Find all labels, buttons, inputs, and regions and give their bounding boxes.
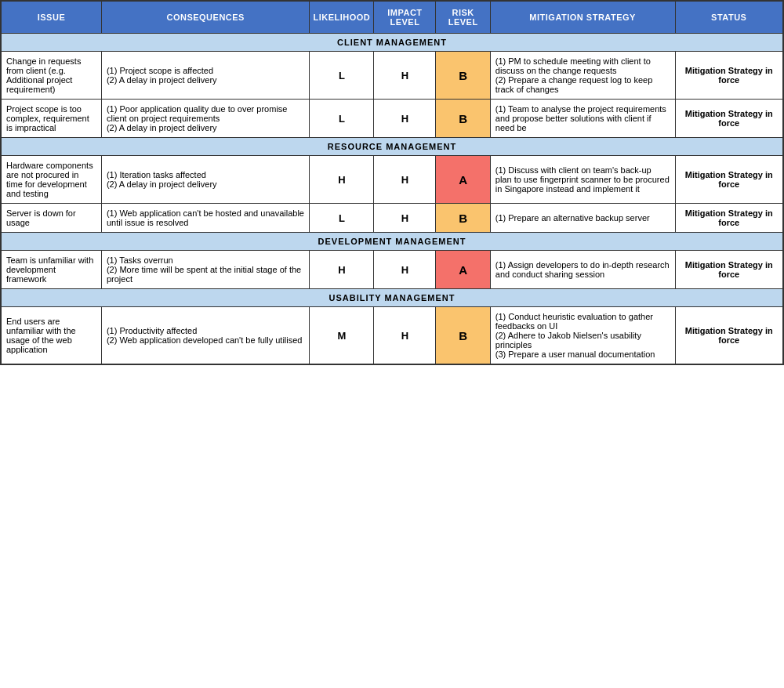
- section-header-development-management: DEVELOPMENT MANAGEMENT: [1, 233, 783, 251]
- consequences-cell: (1) Poor application quality due to over…: [101, 100, 310, 138]
- header-mitigation-strategy: MITIGATION STRATEGY: [490, 1, 675, 34]
- likelihood-cell: L: [310, 52, 374, 100]
- header-impact-level: IMPACT LEVEL: [374, 1, 436, 34]
- risk-level-cell: B: [436, 204, 490, 233]
- header-issue: ISSUE: [1, 1, 101, 34]
- section-header-usability-management: USABILITY MANAGEMENT: [1, 289, 783, 307]
- header-risk-level: RISK LEVEL: [436, 1, 490, 34]
- mitigation-strategy-cell: (1) Conduct heuristic evaluation to gath…: [490, 307, 675, 365]
- consequences-cell: (1) Iteration tasks affected (2) A delay…: [101, 156, 310, 204]
- mitigation-strategy-cell: (1) Discuss with client on team's back-u…: [490, 156, 675, 204]
- issue-cell: Change in requests from client (e.g. Add…: [1, 52, 101, 100]
- impact-cell: H: [374, 100, 436, 138]
- likelihood-cell: M: [310, 307, 374, 365]
- issue-cell: Project scope is too complex, requiremen…: [1, 100, 101, 138]
- table-row: Change in requests from client (e.g. Add…: [1, 52, 783, 100]
- status-cell: Mitigation Strategy in force: [675, 204, 783, 233]
- status-cell: Mitigation Strategy in force: [675, 251, 783, 289]
- issue-cell: Team is unfamiliar with development fram…: [1, 251, 101, 289]
- mitigation-strategy-cell: (1) Team to analyse the project requirem…: [490, 100, 675, 138]
- table-row: Team is unfamiliar with development fram…: [1, 251, 783, 289]
- impact-cell: H: [374, 251, 436, 289]
- impact-cell: H: [374, 52, 436, 100]
- consequences-cell: (1) Project scope is affected (2) A dela…: [101, 52, 310, 100]
- likelihood-cell: H: [310, 251, 374, 289]
- status-cell: Mitigation Strategy in force: [675, 52, 783, 100]
- impact-cell: H: [374, 156, 436, 204]
- likelihood-cell: L: [310, 204, 374, 233]
- impact-cell: H: [374, 204, 436, 233]
- consequences-cell: (1) Tasks overrun (2) More time will be …: [101, 251, 310, 289]
- likelihood-cell: L: [310, 100, 374, 138]
- risk-register-table: ISSUECONSEQUENCESLIKELIHOODIMPACT LEVELR…: [0, 0, 784, 365]
- risk-level-cell: B: [436, 52, 490, 100]
- section-header-resource-management: RESOURCE MANAGEMENT: [1, 138, 783, 156]
- table-row: End users are unfamiliar with the usage …: [1, 307, 783, 365]
- header-status: STATUS: [675, 1, 783, 34]
- status-cell: Mitigation Strategy in force: [675, 100, 783, 138]
- mitigation-strategy-cell: (1) PM to schedule meeting with client t…: [490, 52, 675, 100]
- table-row: Hardware components are not procured in …: [1, 156, 783, 204]
- consequences-cell: (1) Productivity affected (2) Web applic…: [101, 307, 310, 365]
- risk-level-cell: B: [436, 307, 490, 365]
- table-row: Server is down for usage(1) Web applicat…: [1, 204, 783, 233]
- mitigation-strategy-cell: (1) Assign developers to do in-depth res…: [490, 251, 675, 289]
- likelihood-cell: H: [310, 156, 374, 204]
- status-cell: Mitigation Strategy in force: [675, 156, 783, 204]
- section-label: USABILITY MANAGEMENT: [1, 289, 783, 307]
- risk-level-cell: B: [436, 100, 490, 138]
- issue-cell: Server is down for usage: [1, 204, 101, 233]
- section-label: DEVELOPMENT MANAGEMENT: [1, 233, 783, 251]
- risk-level-cell: A: [436, 251, 490, 289]
- header-likelihood: LIKELIHOOD: [310, 1, 374, 34]
- section-label: RESOURCE MANAGEMENT: [1, 138, 783, 156]
- consequences-cell: (1) Web application can't be hosted and …: [101, 204, 310, 233]
- section-header-client-management: CLIENT MANAGEMENT: [1, 34, 783, 52]
- table-row: Project scope is too complex, requiremen…: [1, 100, 783, 138]
- section-label: CLIENT MANAGEMENT: [1, 34, 783, 52]
- header-row: ISSUECONSEQUENCESLIKELIHOODIMPACT LEVELR…: [1, 1, 783, 34]
- issue-cell: Hardware components are not procured in …: [1, 156, 101, 204]
- mitigation-strategy-cell: (1) Prepare an alternative backup server: [490, 204, 675, 233]
- status-cell: Mitigation Strategy in force: [675, 307, 783, 365]
- risk-level-cell: A: [436, 156, 490, 204]
- issue-cell: End users are unfamiliar with the usage …: [1, 307, 101, 365]
- header-consequences: CONSEQUENCES: [101, 1, 310, 34]
- impact-cell: H: [374, 307, 436, 365]
